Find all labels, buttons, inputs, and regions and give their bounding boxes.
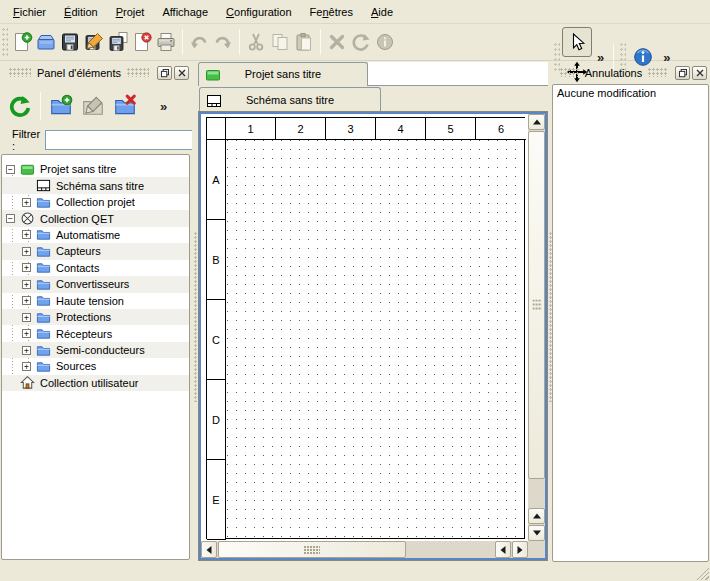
folder-icon <box>36 227 51 242</box>
menu-item-configuration[interactable]: Configuration <box>217 3 300 21</box>
tree-item-haute-tension[interactable]: + Haute tension <box>2 293 189 309</box>
diagram-frame: 123456 ABCDE <box>206 117 525 539</box>
menu-item-projet[interactable]: Projet <box>107 3 154 21</box>
mdi-area: Projet sans titre Schéma sans titre 1234… <box>198 62 548 562</box>
folder-icon <box>36 359 51 374</box>
tree-expander[interactable]: + <box>22 296 31 305</box>
dock-close-button[interactable] <box>174 66 189 80</box>
tree-expander[interactable]: + <box>22 313 31 322</box>
tab-schema-label: Schéma sans titre <box>200 94 380 106</box>
tree-expander[interactable]: + <box>22 198 31 207</box>
reload-collections-button[interactable] <box>4 90 36 122</box>
save-icon <box>59 31 81 53</box>
scroll-left-button-2[interactable] <box>495 541 511 558</box>
grid-row-header: B <box>207 220 226 300</box>
tree-expander[interactable]: + <box>22 362 31 371</box>
horizontal-scroll-thumb[interactable] <box>218 541 406 558</box>
copy-icon <box>269 31 291 53</box>
tree-expander[interactable]: + <box>22 230 31 239</box>
file-edit-toolbar <box>0 27 397 57</box>
tree-expander[interactable]: + <box>22 247 31 256</box>
tree-item-recepteurs[interactable]: + Récepteurs <box>2 325 189 341</box>
tree-expander[interactable]: + <box>22 346 31 355</box>
tab-schema[interactable]: Schéma sans titre <box>199 87 381 112</box>
schema-icon <box>36 178 51 193</box>
new-project-button[interactable] <box>10 27 34 57</box>
tree-expander[interactable]: + <box>22 329 31 338</box>
toolbar-separator <box>239 29 240 55</box>
delete-category-button[interactable] <box>109 90 141 122</box>
delete-icon <box>326 31 348 53</box>
tree-expander[interactable]: − <box>6 214 15 223</box>
tree-item-collection-qet[interactable]: − Collection QET <box>2 210 189 226</box>
scroll-left-button[interactable] <box>201 541 217 558</box>
object-info-button <box>373 27 397 57</box>
select-pointer-button[interactable] <box>562 27 592 57</box>
horizontal-scrollbar[interactable] <box>201 541 528 558</box>
dock-float-button[interactable] <box>157 66 172 80</box>
object-info-icon <box>374 31 396 53</box>
copy-button <box>268 27 292 57</box>
grid-row-header: A <box>207 140 226 220</box>
menu-item-fenetres[interactable]: Fenêtres <box>301 3 362 21</box>
redo-button <box>211 27 235 57</box>
tree-item-capteurs[interactable]: + Capteurs <box>2 243 189 259</box>
new-category-button[interactable] <box>45 90 77 122</box>
undo-list-item[interactable]: Aucune modification <box>553 86 708 100</box>
scroll-up-button-2[interactable] <box>528 508 545 524</box>
tree-expander[interactable]: + <box>22 280 31 289</box>
main-toolbar: » » <box>0 24 710 61</box>
dock-close-button[interactable] <box>692 66 707 80</box>
close-file-button[interactable] <box>130 27 154 57</box>
tree-item-collection-utilisateur[interactable]: Collection utilisateur <box>2 375 189 391</box>
tree-item-automatisme[interactable]: + Automatisme <box>2 227 189 243</box>
menu-item-affichage[interactable]: Affichage <box>153 3 217 21</box>
tree-expander[interactable]: + <box>22 263 31 272</box>
toolbar-separator <box>40 92 41 120</box>
tree-item-sources[interactable]: + Sources <box>2 358 189 374</box>
dock-float-button[interactable] <box>675 66 690 80</box>
grid-column-header: 1 <box>226 118 276 140</box>
tree-item-protections[interactable]: + Protections <box>2 309 189 325</box>
tree-item-convertisseurs[interactable]: + Convertisseurs <box>2 276 189 292</box>
filter-input[interactable] <box>45 130 195 150</box>
scroll-down-button[interactable] <box>528 525 545 541</box>
folder-icon <box>36 260 51 275</box>
vertical-scrollbar[interactable] <box>528 114 545 541</box>
scroll-up-button[interactable] <box>528 114 545 130</box>
menu-item-fichier[interactable]: Fichier <box>4 3 55 21</box>
tree-expander[interactable]: − <box>6 165 15 174</box>
grid-row-header: E <box>207 460 226 540</box>
toolbar-grip[interactable] <box>2 28 8 56</box>
save-as-button[interactable] <box>82 27 106 57</box>
qet-icon <box>20 211 35 226</box>
undo-icon <box>188 31 210 53</box>
toolbar-separator <box>320 29 321 55</box>
menu-item-aide[interactable]: Aide <box>362 3 402 21</box>
tree-item-collection-projet[interactable]: + Collection projet <box>2 194 189 210</box>
rotate-icon <box>350 31 372 53</box>
tree-item-schema-sans-titre[interactable]: Schéma sans titre <box>2 177 189 193</box>
float-icon <box>678 68 688 78</box>
save-button[interactable] <box>58 27 82 57</box>
tab-project[interactable]: Projet sans titre <box>198 62 368 86</box>
vertical-scroll-thumb[interactable] <box>528 131 545 479</box>
reload-collections-icon <box>8 94 32 118</box>
scroll-right-button[interactable] <box>512 541 528 558</box>
diagram-canvas[interactable]: 123456 ABCDE <box>201 114 528 541</box>
paste-button <box>292 27 316 57</box>
tree-item-semi-conducteurs[interactable]: + Semi-conducteurs <box>2 342 189 358</box>
resize-grip[interactable] <box>696 567 709 580</box>
menu-item-edition[interactable]: Édition <box>55 3 107 21</box>
open-project-button[interactable] <box>34 27 58 57</box>
select-pointer-icon <box>566 31 588 53</box>
tree-item-contacts[interactable]: + Contacts <box>2 260 189 276</box>
grid-row-header: C <box>207 300 226 380</box>
tree-item-projet-sans-titre[interactable]: − Projet sans titre <box>2 161 189 177</box>
print-button[interactable] <box>154 27 178 57</box>
edit-category-button <box>77 90 109 122</box>
folder-icon <box>36 195 51 210</box>
collections-overflow-button[interactable]: » <box>155 99 172 114</box>
save-all-button[interactable] <box>106 27 130 57</box>
close-file-icon <box>131 31 153 53</box>
